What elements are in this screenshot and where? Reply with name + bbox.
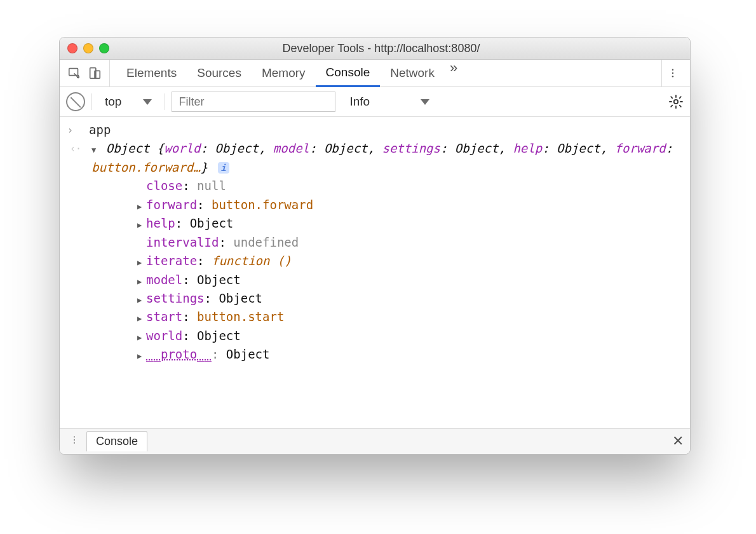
console-toolbar: top Info [60, 87, 690, 117]
filter-input-wrap[interactable] [172, 92, 335, 112]
object-property[interactable]: ▶help: Object [137, 214, 682, 233]
log-level-label: Info [349, 95, 370, 109]
expand-arrow-icon[interactable]: ▶ [137, 294, 146, 306]
filter-input[interactable] [177, 95, 330, 109]
property-key: settings [146, 291, 205, 305]
tab-elements[interactable]: Elements [116, 60, 187, 86]
info-badge-icon[interactable]: i [218, 162, 229, 174]
svg-point-9 [74, 442, 75, 443]
property-key: intervalId [146, 235, 219, 249]
object-property[interactable]: ▶world: Object [137, 327, 682, 345]
property-value: button.start [197, 310, 284, 324]
tab-memory[interactable]: Memory [252, 60, 316, 86]
main-menu-button[interactable] [661, 60, 684, 86]
property-key: start [146, 310, 182, 324]
property-value: button.forward [212, 198, 313, 212]
output-chevron-icon: ‹· [70, 142, 81, 156]
tab-console[interactable]: Console [316, 60, 381, 87]
drawer: Console ✕ [60, 428, 690, 454]
traffic-lights [67, 43, 109, 53]
svg-point-4 [672, 72, 673, 74]
console-input-text: app [89, 121, 111, 139]
tab-sources[interactable]: Sources [187, 60, 252, 86]
object-property[interactable]: ▶settings: Object [137, 289, 682, 308]
expand-arrow-icon[interactable]: ▶ [137, 276, 146, 288]
object-property[interactable]: ▶iterate: function () [137, 252, 682, 270]
tabstrip: Elements Sources Memory Console Network … [60, 60, 690, 87]
context-selector[interactable]: top [98, 95, 158, 109]
context-selector-label: top [105, 95, 121, 109]
window-zoom-button[interactable] [99, 43, 109, 53]
prompt-chevron-icon: › [67, 123, 73, 138]
object-expander[interactable] [91, 146, 96, 154]
svg-rect-0 [69, 69, 78, 76]
chevron-down-icon [421, 99, 429, 105]
object-property: intervalId: undefined [137, 233, 682, 252]
svg-point-3 [672, 69, 673, 71]
drawer-tab-console[interactable]: Console [86, 431, 147, 451]
inspect-toggle-group [66, 60, 110, 86]
svg-point-8 [74, 439, 75, 441]
log-level-selector[interactable]: Info [342, 95, 437, 109]
property-value: null [197, 179, 226, 193]
console-settings-icon[interactable] [668, 94, 684, 109]
titlebar: Developer Tools - http://localhost:8080/ [60, 38, 690, 60]
separator [91, 93, 92, 110]
console-body[interactable]: › app ‹· Object {world: Object, model: O… [60, 117, 690, 428]
inspect-element-icon[interactable] [66, 65, 83, 81]
property-value: Object [197, 273, 241, 287]
clear-console-icon[interactable] [66, 92, 85, 111]
property-value: Object [197, 329, 241, 343]
separator [165, 93, 165, 110]
panel-tabs: Elements Sources Memory Console Network … [116, 60, 659, 86]
console-output-row[interactable]: ‹· Object {world: Object, model: Object,… [60, 139, 690, 364]
object-property: close: null [137, 177, 682, 195]
property-key: model [146, 273, 182, 287]
property-value: undefined [233, 235, 299, 249]
expand-arrow-icon[interactable]: ▶ [137, 332, 146, 344]
expand-arrow-icon[interactable]: ▶ [137, 219, 146, 231]
device-toolbar-icon[interactable] [86, 65, 103, 81]
chevron-down-icon [143, 99, 152, 105]
property-key: world [146, 329, 182, 343]
devtools-window: Developer Tools - http://localhost:8080/… [59, 37, 691, 455]
tabs-overflow-button[interactable]: » [445, 60, 462, 86]
object-property[interactable]: ▶forward: button.forward [137, 196, 682, 214]
window-title: Developer Tools - http://localhost:8080/ [118, 42, 644, 55]
object-property[interactable]: ▶start: button.start [137, 308, 682, 326]
property-key: __proto__ [146, 347, 212, 361]
expand-arrow-icon[interactable]: ▶ [137, 313, 146, 325]
expand-arrow-icon[interactable]: ▶ [137, 257, 146, 269]
window-minimize-button[interactable] [83, 43, 93, 53]
property-value: Object [219, 291, 262, 305]
svg-point-6 [674, 100, 678, 104]
property-key: forward [146, 198, 197, 212]
property-key: close [146, 179, 182, 193]
expand-arrow-icon[interactable]: ▶ [137, 201, 146, 213]
expand-arrow-icon[interactable]: ▶ [137, 350, 146, 362]
property-value: Object [226, 347, 270, 361]
property-value: function () [212, 254, 292, 268]
drawer-menu-button[interactable] [66, 435, 83, 448]
tab-network[interactable]: Network [380, 60, 445, 86]
property-key: iterate [146, 254, 197, 268]
console-input-row[interactable]: › app [60, 121, 690, 139]
property-key: help [146, 216, 175, 230]
svg-point-7 [74, 436, 75, 437]
object-properties: close: null▶forward: button.forward▶help… [91, 177, 682, 364]
svg-point-5 [672, 76, 673, 77]
drawer-close-button[interactable]: ✕ [672, 433, 684, 449]
object-property[interactable]: ▶model: Object [137, 271, 682, 289]
object-proto[interactable]: ▶__proto__: Object [137, 345, 682, 364]
window-close-button[interactable] [67, 43, 78, 53]
property-value: Object [190, 216, 234, 230]
object-summary[interactable]: Object {world: Object, model: Object, se… [91, 141, 673, 174]
